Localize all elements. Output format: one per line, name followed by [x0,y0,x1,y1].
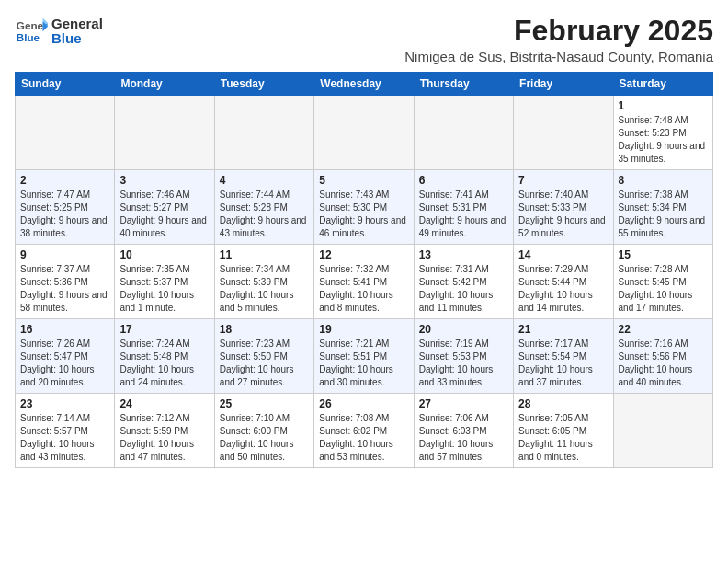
calendar-cell: 26Sunrise: 7:08 AM Sunset: 6:02 PM Dayli… [314,394,414,468]
day-number: 10 [119,248,209,261]
day-number: 17 [119,323,209,336]
header-day-sunday: Sunday [16,73,115,96]
calendar-cell [514,96,613,170]
calendar-cell: 10Sunrise: 7:35 AM Sunset: 5:37 PM Dayli… [115,245,214,319]
day-info: Sunrise: 7:43 AM Sunset: 5:30 PM Dayligh… [319,189,408,240]
day-number: 6 [419,174,508,187]
day-number: 11 [220,248,309,261]
calendar-cell: 11Sunrise: 7:34 AM Sunset: 5:39 PM Dayli… [214,245,313,319]
day-info: Sunrise: 7:12 AM Sunset: 5:59 PM Dayligh… [119,412,209,464]
day-number: 28 [518,397,608,410]
day-number: 20 [419,323,508,336]
day-number: 24 [119,397,209,410]
day-info: Sunrise: 7:35 AM Sunset: 5:37 PM Dayligh… [119,263,209,315]
calendar-cell: 18Sunrise: 7:23 AM Sunset: 5:50 PM Dayli… [214,319,313,394]
day-number: 12 [319,248,408,261]
logo: General Blue General Blue [15,15,103,48]
calendar-cell: 24Sunrise: 7:12 AM Sunset: 5:59 PM Dayli… [115,394,214,468]
day-info: Sunrise: 7:24 AM Sunset: 5:48 PM Dayligh… [119,338,209,389]
day-info: Sunrise: 7:46 AM Sunset: 5:27 PM Dayligh… [119,189,209,240]
calendar-cell: 3Sunrise: 7:46 AM Sunset: 5:27 PM Daylig… [115,170,214,245]
calendar-cell: 27Sunrise: 7:06 AM Sunset: 6:03 PM Dayli… [414,394,513,468]
svg-text:Blue: Blue [17,31,40,43]
calendar-cell: 21Sunrise: 7:17 AM Sunset: 5:54 PM Dayli… [514,319,613,394]
week-row-1: 1Sunrise: 7:48 AM Sunset: 5:23 PM Daylig… [16,96,713,170]
calendar-cell: 22Sunrise: 7:16 AM Sunset: 5:56 PM Dayli… [613,319,712,394]
header-day-saturday: Saturday [613,73,712,96]
day-number: 23 [20,397,109,410]
calendar-cell: 16Sunrise: 7:26 AM Sunset: 5:47 PM Dayli… [16,319,115,394]
calendar-cell [613,394,712,468]
day-info: Sunrise: 7:32 AM Sunset: 5:41 PM Dayligh… [319,263,408,315]
header-day-tuesday: Tuesday [214,73,313,96]
calendar-cell: 9Sunrise: 7:37 AM Sunset: 5:36 PM Daylig… [16,245,115,319]
day-info: Sunrise: 7:44 AM Sunset: 5:28 PM Dayligh… [220,189,309,240]
header-day-monday: Monday [115,73,214,96]
day-number: 19 [319,323,408,336]
day-info: Sunrise: 7:05 AM Sunset: 6:05 PM Dayligh… [518,412,608,464]
day-number: 4 [220,174,309,187]
day-number: 14 [518,248,608,261]
calendar-cell: 17Sunrise: 7:24 AM Sunset: 5:48 PM Dayli… [115,319,214,394]
location-title: Nimigea de Sus, Bistrita-Nasaud County, … [404,49,713,64]
day-number: 15 [619,248,708,261]
calendar-cell: 19Sunrise: 7:21 AM Sunset: 5:51 PM Dayli… [314,319,414,394]
header-day-thursday: Thursday [414,73,513,96]
calendar-cell [314,96,414,170]
day-info: Sunrise: 7:31 AM Sunset: 5:42 PM Dayligh… [419,263,508,315]
day-number: 2 [20,174,109,187]
day-info: Sunrise: 7:26 AM Sunset: 5:47 PM Dayligh… [20,338,109,389]
calendar-cell: 1Sunrise: 7:48 AM Sunset: 5:23 PM Daylig… [613,96,712,170]
calendar-cell: 23Sunrise: 7:14 AM Sunset: 5:57 PM Dayli… [16,394,115,468]
calendar-cell [115,96,214,170]
calendar-cell: 12Sunrise: 7:32 AM Sunset: 5:41 PM Dayli… [314,245,414,319]
day-info: Sunrise: 7:08 AM Sunset: 6:02 PM Dayligh… [319,412,408,464]
logo-icon: General Blue [15,15,48,48]
day-info: Sunrise: 7:21 AM Sunset: 5:51 PM Dayligh… [319,338,408,389]
day-info: Sunrise: 7:29 AM Sunset: 5:44 PM Dayligh… [518,263,608,315]
day-info: Sunrise: 7:17 AM Sunset: 5:54 PM Dayligh… [518,338,608,389]
calendar-cell: 20Sunrise: 7:19 AM Sunset: 5:53 PM Dayli… [414,319,513,394]
day-number: 18 [220,323,309,336]
week-row-2: 2Sunrise: 7:47 AM Sunset: 5:25 PM Daylig… [16,170,713,245]
day-info: Sunrise: 7:06 AM Sunset: 6:03 PM Dayligh… [419,412,508,464]
calendar-cell: 13Sunrise: 7:31 AM Sunset: 5:42 PM Dayli… [414,245,513,319]
header-area: General Blue General Blue February 2025 … [15,15,713,64]
day-number: 25 [220,397,309,410]
day-info: Sunrise: 7:47 AM Sunset: 5:25 PM Dayligh… [20,189,109,240]
calendar-cell: 4Sunrise: 7:44 AM Sunset: 5:28 PM Daylig… [214,170,313,245]
day-number: 27 [419,397,508,410]
day-number: 5 [319,174,408,187]
day-number: 13 [419,248,508,261]
title-area: February 2025 Nimigea de Sus, Bistrita-N… [404,15,713,64]
logo-text: General Blue [51,17,103,47]
calendar-cell [16,96,115,170]
day-info: Sunrise: 7:38 AM Sunset: 5:34 PM Dayligh… [619,189,708,240]
header-day-wednesday: Wednesday [314,73,414,96]
week-row-4: 16Sunrise: 7:26 AM Sunset: 5:47 PM Dayli… [16,319,713,394]
calendar-cell: 2Sunrise: 7:47 AM Sunset: 5:25 PM Daylig… [16,170,115,245]
day-info: Sunrise: 7:48 AM Sunset: 5:23 PM Dayligh… [619,114,708,166]
day-number: 3 [119,174,209,187]
header-row: SundayMondayTuesdayWednesdayThursdayFrid… [16,73,713,96]
day-info: Sunrise: 7:23 AM Sunset: 5:50 PM Dayligh… [220,338,309,389]
day-number: 21 [518,323,608,336]
day-info: Sunrise: 7:10 AM Sunset: 6:00 PM Dayligh… [220,412,309,464]
day-number: 16 [20,323,109,336]
day-number: 26 [319,397,408,410]
day-info: Sunrise: 7:41 AM Sunset: 5:31 PM Dayligh… [419,189,508,240]
day-number: 8 [619,174,708,187]
calendar-cell: 7Sunrise: 7:40 AM Sunset: 5:33 PM Daylig… [514,170,613,245]
calendar-cell [214,96,313,170]
calendar-cell: 28Sunrise: 7:05 AM Sunset: 6:05 PM Dayli… [514,394,613,468]
day-info: Sunrise: 7:37 AM Sunset: 5:36 PM Dayligh… [20,263,109,315]
week-row-3: 9Sunrise: 7:37 AM Sunset: 5:36 PM Daylig… [16,245,713,319]
week-row-5: 23Sunrise: 7:14 AM Sunset: 5:57 PM Dayli… [16,394,713,468]
calendar-cell: 14Sunrise: 7:29 AM Sunset: 5:44 PM Dayli… [514,245,613,319]
day-info: Sunrise: 7:14 AM Sunset: 5:57 PM Dayligh… [20,412,109,464]
calendar-cell: 25Sunrise: 7:10 AM Sunset: 6:00 PM Dayli… [214,394,313,468]
day-info: Sunrise: 7:34 AM Sunset: 5:39 PM Dayligh… [220,263,309,315]
day-info: Sunrise: 7:40 AM Sunset: 5:33 PM Dayligh… [518,189,608,240]
day-info: Sunrise: 7:28 AM Sunset: 5:45 PM Dayligh… [619,263,708,315]
day-number: 7 [518,174,608,187]
